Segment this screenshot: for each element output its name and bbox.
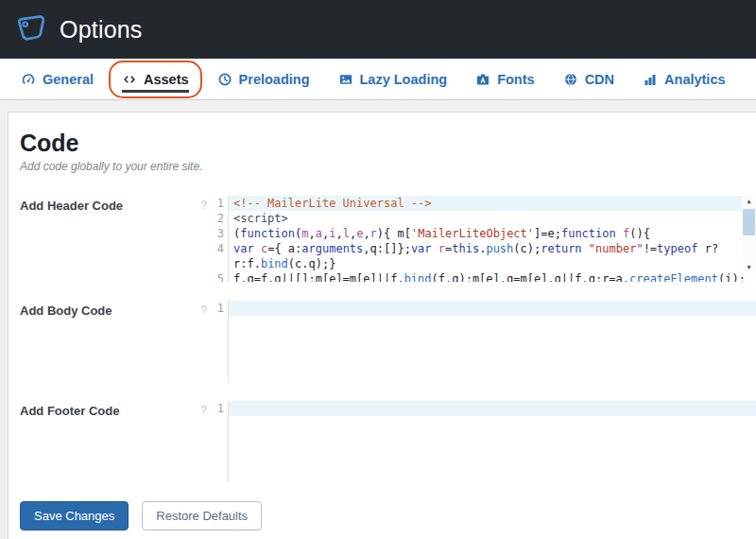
line-number: 3 <box>211 226 228 241</box>
tab-label: Assets <box>144 72 189 87</box>
scroll-down-button[interactable]: ▼ <box>742 262 756 273</box>
tab-general[interactable]: General <box>9 63 105 96</box>
tab-label: Preloading <box>239 72 310 87</box>
help-icon[interactable]: ? <box>200 304 209 317</box>
page-title: Options <box>60 16 143 43</box>
speedometer-icon <box>21 72 36 87</box>
code-fields: Add Header Code?12345<!-- MailerLite Uni… <box>9 196 756 482</box>
section-header: Code Add code globally to your entire si… <box>9 124 756 173</box>
code-line: var c={ a:arguments,q:[]};var r=this.pus… <box>229 241 756 256</box>
section-title: Code <box>20 130 745 157</box>
field-row-header: Add Header Code?12345<!-- MailerLite Uni… <box>9 196 756 282</box>
tab-analytics[interactable]: Analytics <box>631 63 736 96</box>
section-subtitle: Add code globally to your entire site. <box>20 160 745 173</box>
form-actions: Save Changes Restore Defaults <box>9 501 756 530</box>
line-number-gutter: 1 <box>211 301 229 382</box>
field-label: Add Body Code <box>20 304 112 318</box>
line-number: 1 <box>211 401 228 416</box>
tab-label: CDN <box>585 72 614 87</box>
restore-defaults-button[interactable]: Restore Defaults <box>142 501 262 530</box>
options-panel: Code Add code globally to your entire si… <box>8 112 756 539</box>
field-label-column: Add Body Code? <box>9 301 211 318</box>
tab-preloading[interactable]: Preloading <box>206 63 321 96</box>
code-line: f.q=f.q||[];m[e]=m[e]||f.bind(f.q);m[e].… <box>229 271 756 282</box>
scrollbar-thumb[interactable] <box>743 209 755 235</box>
code-line <box>229 401 756 416</box>
tab-fonts[interactable]: Fonts <box>464 63 545 96</box>
field-label: Add Footer Code <box>20 404 119 418</box>
globe-icon <box>563 72 578 87</box>
body-code-editor[interactable]: 1 <box>211 301 756 382</box>
scroll-up-button[interactable]: ▲ <box>742 196 756 207</box>
tab-label: Lazy Loading <box>360 72 448 87</box>
code-line <box>229 301 756 316</box>
code-area[interactable] <box>229 301 756 382</box>
field-label-column: Add Footer Code? <box>9 401 211 418</box>
tab-assets[interactable]: Assets <box>111 63 200 96</box>
footer-code-editor[interactable]: 1 <box>211 401 756 482</box>
code-line: r:f.bind(c.q);} <box>229 256 756 271</box>
field-label-column: Add Header Code? <box>9 196 211 213</box>
line-number <box>211 256 228 271</box>
tabs: GeneralAssetsPreloadingLazy LoadingFonts… <box>0 59 756 100</box>
field-row-body: Add Body Code?1 <box>9 301 756 382</box>
tab-label: Analytics <box>664 72 725 87</box>
plugin-logo-icon <box>14 13 46 45</box>
tab-label: General <box>43 72 94 87</box>
line-number: 4 <box>211 241 228 256</box>
code-icon <box>122 72 137 87</box>
line-number: 1 <box>211 196 228 211</box>
bar-chart-icon <box>643 72 658 87</box>
line-number: 1 <box>211 301 228 316</box>
code-area[interactable] <box>229 401 756 482</box>
scrollbar-track[interactable] <box>742 207 756 262</box>
header-code-editor[interactable]: 12345<!-- MailerLite Universal --><scrip… <box>211 196 756 282</box>
code-area[interactable]: <!-- MailerLite Universal --><script>(fu… <box>229 196 756 282</box>
top-bar: Options <box>0 0 756 59</box>
tab-label: Fonts <box>497 72 534 87</box>
tab-lazy-loading[interactable]: Lazy Loading <box>327 63 459 96</box>
code-line: <script> <box>229 211 756 226</box>
field-label: Add Header Code <box>20 199 123 213</box>
help-icon[interactable]: ? <box>200 404 209 417</box>
code-line: (function(m,a,i,l,e,r){ m['MailerLiteObj… <box>229 226 756 241</box>
font-case-icon <box>475 72 490 87</box>
code-line: <!-- MailerLite Universal --> <box>229 196 756 211</box>
line-number-gutter: 1 <box>211 401 229 482</box>
help-icon[interactable]: ? <box>200 199 209 212</box>
line-number: 5 <box>211 271 228 282</box>
tab-cdn[interactable]: CDN <box>552 63 626 96</box>
line-number: 2 <box>211 211 228 226</box>
field-row-footer: Add Footer Code?1 <box>9 401 756 482</box>
image-icon <box>338 72 353 87</box>
save-changes-button[interactable]: Save Changes <box>20 501 129 530</box>
line-number-gutter: 12345 <box>211 196 229 282</box>
clock-icon <box>217 72 232 87</box>
editor-scrollbar[interactable]: ▲▼ <box>742 196 756 273</box>
